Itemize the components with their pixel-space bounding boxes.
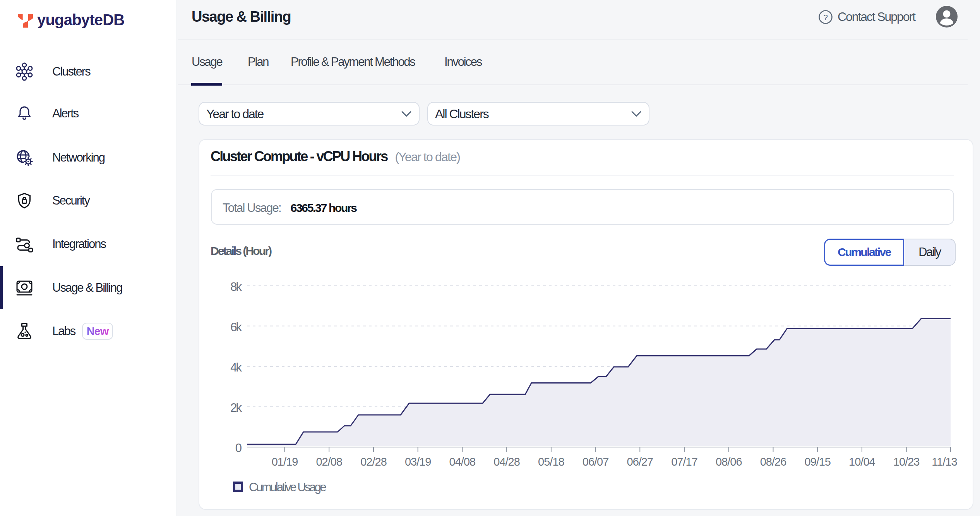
- svg-text:?: ?: [823, 13, 828, 22]
- svg-text:8k: 8k: [230, 280, 242, 294]
- svg-text:07/17: 07/17: [671, 456, 697, 468]
- svg-text:4k: 4k: [230, 361, 242, 374]
- svg-text:6k: 6k: [230, 320, 242, 334]
- svg-text:06/07: 06/07: [583, 456, 609, 468]
- svg-text:01/19: 01/19: [272, 456, 298, 468]
- svg-text:11/13: 11/13: [932, 456, 957, 468]
- svg-text:02/08: 02/08: [316, 456, 342, 468]
- svg-text:08/26: 08/26: [760, 456, 786, 468]
- svg-text:05/18: 05/18: [538, 456, 564, 468]
- svg-text:03/19: 03/19: [405, 456, 431, 468]
- svg-text:04/28: 04/28: [493, 456, 520, 468]
- svg-text:10/04: 10/04: [849, 456, 875, 468]
- svg-text:02/28: 02/28: [360, 456, 387, 468]
- svg-text:04/08: 04/08: [449, 456, 476, 468]
- svg-text:10/23: 10/23: [893, 456, 920, 468]
- svg-text:06/27: 06/27: [627, 456, 653, 468]
- svg-text:2k: 2k: [230, 401, 242, 415]
- svg-text:0: 0: [235, 441, 242, 455]
- svg-text:09/15: 09/15: [804, 456, 831, 468]
- svg-text:08/06: 08/06: [716, 456, 742, 468]
